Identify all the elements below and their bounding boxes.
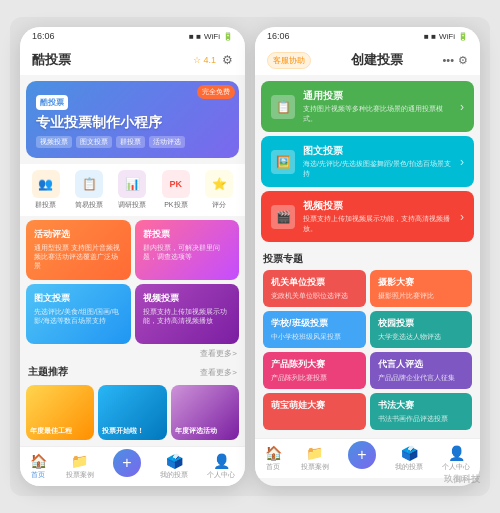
special-card-photo[interactable]: 摄影大赛 摄影照片比赛评比 [370, 270, 473, 307]
profile-icon: 👤 [213, 453, 230, 469]
left-status-bar: 16:06 ■ ■ WiFi 🔋 [20, 27, 245, 45]
right-bottom-cases[interactable]: 📁 投票案例 [301, 445, 329, 472]
quick-nav-rate[interactable]: ⭐ 评分 [205, 170, 233, 210]
theme-card-3[interactable]: 年度评选活动 [171, 385, 239, 440]
special-card-baby[interactable]: 萌宝萌娃大赛 [263, 393, 366, 430]
left-nav-bar: 酷投票 ☆ 4.1 ⚙ [20, 45, 245, 75]
special-section: 投票专题 机关单位投票 党政机关单位职位选评选 摄影大赛 摄影照片比赛评比 学校… [255, 248, 480, 434]
banner-logo: 酷投票 [36, 95, 68, 110]
video-vote-icon: 🎬 [271, 205, 295, 229]
banner-badge: 完全免费 [197, 85, 235, 99]
special-card-school[interactable]: 学校/班级投票 中小学校班级风采投票 [263, 311, 366, 348]
grid-card-group[interactable]: 群投票 群内投票，可解决群里问题，调查选项等 [135, 220, 240, 280]
bottom-nav-myvotes[interactable]: 🗳️ 我的投票 [160, 453, 188, 480]
bottom-nav-home[interactable]: 🏠 首页 [30, 453, 47, 480]
right-bottom-create[interactable]: + [348, 445, 376, 472]
bottom-nav-create[interactable]: + [113, 453, 141, 480]
right-settings-icon[interactable]: ⚙ [458, 54, 468, 67]
quick-nav-pk[interactable]: PK PK投票 [162, 170, 190, 210]
bottom-nav-cases[interactable]: 📁 投票案例 [66, 453, 94, 480]
grid-card-activity[interactable]: 活动评选 通用型投票 支持图片音频视频比赛活动评选覆盖广泛场景 [26, 220, 131, 280]
left-banner: 完全免费 酷投票 专业投票制作小程序 视频投票 图文投票 群投票 活动评选 [26, 81, 239, 158]
left-status-icons: ■ ■ WiFi 🔋 [189, 32, 233, 41]
special-card-calligraphy[interactable]: 书法大赛 书法书画作品评选投票 [370, 393, 473, 430]
theme-card-2[interactable]: 投票开始啦！ [98, 385, 166, 440]
banner-tag-1: 视频投票 [36, 136, 72, 148]
theme-grid: 年度最佳工程 投票开始啦！ 年度评选活动 [20, 383, 245, 442]
service-badge[interactable]: 客服协助 [267, 52, 311, 69]
banner-tags: 视频投票 图文投票 群投票 活动评选 [36, 136, 229, 148]
right-profile-icon: 👤 [448, 445, 465, 461]
special-card-gov[interactable]: 机关单位投票 党政机关单位职位选评选 [263, 270, 366, 307]
bottom-nav-profile[interactable]: 👤 个人中心 [207, 453, 235, 480]
imagetext-vote-icon: 🖼️ [271, 150, 295, 174]
vote-type-imagetext[interactable]: 🖼️ 图文投票 海选/先评比/先选拔图鉴舞蹈/景色/拍选百场景支持 › [261, 136, 474, 187]
special-card-product[interactable]: 产品陈列大赛 产品陈列比赛投票 [263, 352, 366, 389]
banner-tag-3: 群投票 [116, 136, 145, 148]
right-nav-title: 创建投票 [351, 51, 403, 69]
arrow-icon-2: › [460, 155, 464, 169]
right-status-bar: 16:06 ■ ■ WiFi 🔋 [255, 27, 480, 45]
vote-type-video[interactable]: 🎬 视频投票 投票支持上传加视频展示功能，支持高清视频播放。 › [261, 191, 474, 242]
add-icon[interactable]: + [113, 449, 141, 477]
right-time: 16:06 [267, 31, 290, 41]
arrow-icon-3: › [460, 210, 464, 224]
quick-nav: 👥 群投票 📋 简易投票 📊 调研投票 PK PK投票 [20, 164, 245, 216]
quick-nav-group[interactable]: 👥 群投票 [32, 170, 60, 210]
vote-type-general[interactable]: 📋 通用投票 支持图片视频等多种比赛比场景的通用投票模式。 › [261, 81, 474, 132]
theme-card-1[interactable]: 年度最佳工程 [26, 385, 94, 440]
quick-nav-simple[interactable]: 📋 简易投票 [75, 170, 103, 210]
banner-title: 专业投票制作小程序 [36, 114, 229, 132]
grid-card-imagetext[interactable]: 图文投票 先选评比/美食/组图/国画/电影/海选等数百场景支持 [26, 284, 131, 344]
right-phone: 16:06 ■ ■ WiFi 🔋 客服协助 创建投票 ••• ⚙ [255, 27, 480, 486]
special-grid: 机关单位投票 党政机关单位职位选评选 摄影大赛 摄影照片比赛评比 学校/班级投票… [263, 270, 472, 430]
left-bottom-nav: 🏠 首页 📁 投票案例 + 🗳️ 我的投票 👤 个人中心 [20, 446, 245, 486]
right-nav-bar: 客服协助 创建投票 ••• ⚙ [255, 45, 480, 75]
more-dots-icon[interactable]: ••• [442, 54, 454, 67]
vote-types: 📋 通用投票 支持图片视频等多种比赛比场景的通用投票模式。 › 🖼️ 图文投票 … [261, 81, 474, 242]
right-home-icon: 🏠 [265, 445, 282, 461]
theme-title: 主题推荐 [28, 365, 68, 379]
special-card-campus[interactable]: 校园投票 大学竞选达人物评选 [370, 311, 473, 348]
home-icon: 🏠 [30, 453, 47, 469]
general-vote-icon: 📋 [271, 95, 295, 119]
right-add-icon[interactable]: + [348, 441, 376, 469]
special-card-spokesperson[interactable]: 代言人评选 产品品牌企业代言人征集 [370, 352, 473, 389]
theme-section-header: 主题推荐 查看更多> [20, 361, 245, 383]
grid-section: 活动评选 通用型投票 支持图片音频视频比赛活动评选覆盖广泛场景 群投票 群内投票… [26, 220, 239, 344]
right-bottom-nav: 🏠 首页 📁 投票案例 + 🗳️ 我的投票 👤 个人中心 [255, 438, 480, 478]
theme-more[interactable]: 查看更多> [200, 367, 237, 378]
settings-icon[interactable]: ⚙ [222, 53, 233, 67]
arrow-icon-1: › [460, 100, 464, 114]
left-rating: ☆ 4.1 [193, 55, 216, 65]
more-link[interactable]: 查看更多> [20, 348, 245, 361]
right-bottom-profile[interactable]: 👤 个人中心 [442, 445, 470, 472]
left-phone: 16:06 ■ ■ WiFi 🔋 酷投票 ☆ 4.1 ⚙ 完全免费 酷投票 专 [20, 27, 245, 486]
right-bottom-myvotes[interactable]: 🗳️ 我的投票 [395, 445, 423, 472]
watermark: 玖御科技 [444, 473, 480, 486]
banner-tag-4: 活动评选 [149, 136, 185, 148]
myvotes-icon: 🗳️ [166, 453, 183, 469]
right-status-icons: ■ ■ WiFi 🔋 [424, 32, 468, 41]
quick-nav-survey[interactable]: 📊 调研投票 [118, 170, 146, 210]
right-bottom-home[interactable]: 🏠 首页 [265, 445, 282, 472]
cases-icon: 📁 [71, 453, 88, 469]
right-cases-icon: 📁 [306, 445, 323, 461]
left-time: 16:06 [32, 31, 55, 41]
left-nav-title: 酷投票 [32, 51, 71, 69]
banner-tag-2: 图文投票 [76, 136, 112, 148]
right-myvotes-icon: 🗳️ [401, 445, 418, 461]
grid-card-video[interactable]: 视频投票 投票支持上传加视频展示功能，支持高清视频播放 [135, 284, 240, 344]
special-title: 投票专题 [263, 252, 472, 266]
